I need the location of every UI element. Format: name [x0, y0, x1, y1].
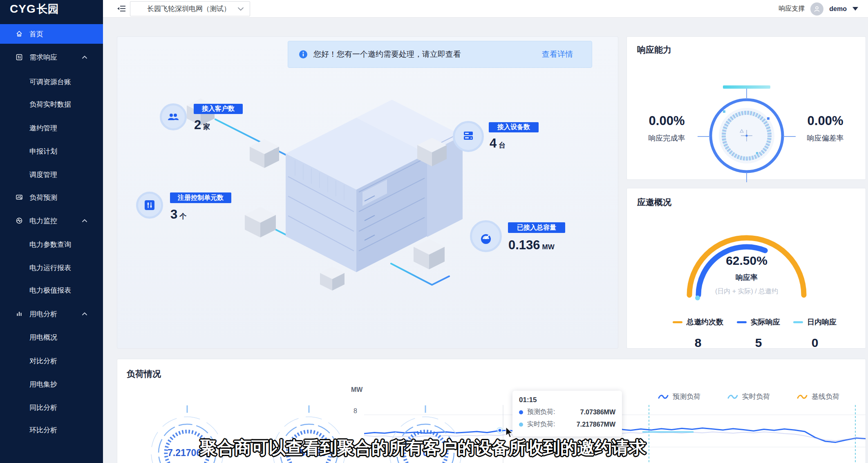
legend-label: 预测负荷 [673, 392, 700, 401]
tooltip-time: 01:15 [519, 396, 615, 404]
legend-realtime-load[interactable]: 实时负荷 [727, 392, 770, 401]
chart-tooltip: 01:15 预测负荷: 7.07386MW 实时负荷: 7.217867MW [512, 391, 622, 436]
devices-count: 4 [490, 136, 497, 151]
sidebar-item-label: 邀约管理 [29, 123, 57, 133]
sidebar-item-power-extreme-report[interactable]: 电力极值报表 [0, 282, 103, 298]
sidebar-item-label: 电力监控 [29, 216, 57, 226]
deviation-rate-value: 0.00% [802, 114, 849, 128]
sidebar-item-adjustable-resources[interactable]: 可调资源台账 [0, 74, 103, 90]
sidebar-item-label: 用电分析 [29, 309, 57, 319]
panel-title: 负荷情况 [127, 368, 161, 380]
app-root: CYG 长园 首页 需求响应 可调资源台账 负荷实时数据 邀约管理 申报计划 调… [0, 0, 868, 463]
wave-icon [727, 394, 738, 400]
sidebar-group-demand-response[interactable]: 需求响应 [0, 49, 103, 65]
user-icon [813, 5, 821, 13]
control-units-stat-value: 3 个 [170, 207, 186, 222]
customers-stat-circle [160, 103, 187, 130]
legend-label: 基线负荷 [812, 392, 839, 401]
home-icon [16, 30, 23, 38]
sidebar-item-realtime-load[interactable]: 负荷实时数据 [0, 96, 103, 112]
username[interactable]: demo [829, 5, 847, 13]
sidebar-item-label: 电力运行报表 [29, 263, 71, 273]
capacity-stat-circle [470, 220, 502, 252]
sidebar-item-usage-overview[interactable]: 用电概况 [0, 329, 103, 345]
sidebar-item-label: 负荷实时数据 [29, 100, 71, 109]
sidebar-item-label: 环比分析 [29, 425, 57, 435]
deviation-rate-stat: 0.00% 响应偏差率 [802, 114, 849, 143]
intraday-response-label: 日内响应 [807, 317, 837, 327]
customers-unit: 家 [203, 122, 210, 132]
sidebar-item-compare-analysis[interactable]: 对比分析 [0, 353, 103, 369]
legend-forecast-load[interactable]: 预测负荷 [658, 392, 700, 401]
wave-icon [797, 394, 808, 400]
sidebar-item-dispatch-mgmt[interactable]: 调度管理 [0, 166, 103, 183]
support-link[interactable]: 响应支撑 [779, 4, 805, 13]
cyan-dot-icon [519, 423, 523, 427]
chevron-up-icon [82, 56, 87, 59]
notice-banner: 您好！您有一个邀约需要处理，请立即查看 查看详情 [288, 41, 592, 68]
control-units-count: 3 [170, 207, 177, 222]
chart-legend: 预测负荷 实时负荷 基线负荷 [658, 392, 839, 401]
avatar[interactable] [810, 2, 823, 16]
sidebar-item-label: 申报计划 [29, 147, 57, 156]
sidebar-item-power-params[interactable]: 电力参数查询 [0, 236, 103, 253]
sidebar-item-label: 负荷预测 [29, 193, 57, 202]
legend-baseline-load[interactable]: 基线负荷 [797, 392, 839, 401]
completion-rate-label: 响应完成率 [643, 133, 690, 143]
deviation-rate-label: 响应偏差率 [802, 133, 849, 143]
sidebar-item-load-forecast[interactable]: 负荷预测 [0, 189, 103, 206]
response-capability-panel: 响应能力 0.00% 响应完成率 0.00% 响应偏差率 [626, 36, 866, 180]
sidebar-group-usage-analysis[interactable]: 用电分析 [0, 306, 103, 322]
completion-rate-value: 0.00% [643, 114, 690, 128]
sidebar-item-mom-analysis[interactable]: 环比分析 [0, 422, 103, 438]
sidebar-item-yoy-analysis[interactable]: 同比分析 [0, 399, 103, 416]
sidebar-item-invitation-mgmt[interactable]: 邀约管理 [0, 120, 103, 136]
blue-legend-swatch [737, 321, 747, 323]
sidebar-group-power-monitor[interactable]: 电力监控 [0, 212, 103, 229]
brand-logo-cn: 长园 [37, 2, 59, 16]
capacity-value: 0.136 [508, 238, 540, 253]
sidebar-item-label: 用电概况 [29, 333, 57, 342]
total-invites-value: 8 [663, 336, 733, 350]
user-menu-caret-icon[interactable] [852, 7, 858, 11]
mouse-cursor [505, 427, 514, 439]
blue-dot-icon [519, 410, 523, 414]
radar-gauge [698, 87, 796, 185]
tooltip-row-forecast: 预测负荷: 7.07386MW [519, 408, 615, 416]
customers-count: 2 [194, 118, 201, 132]
tooltip-label: 预测负荷: [527, 408, 555, 416]
invitation-overview-panel: 应邀概况 62.50% 响应率 (日内 + 实际) / 总邀约 总邀约次数 8 … [626, 188, 866, 349]
brand-logo: CYG 长园 [0, 0, 103, 18]
capacity-unit: MW [542, 243, 555, 251]
total-invites-label: 总邀约次数 [687, 317, 723, 327]
sidebar-item-power-run-report[interactable]: 电力运行报表 [0, 259, 103, 276]
cyan-legend-swatch [793, 321, 803, 323]
tooltip-row-realtime: 实时负荷: 7.217867MW [519, 420, 615, 429]
devices-stat-circle [453, 121, 484, 152]
tooltip-value: 7.217867MW [577, 421, 615, 428]
view-details-link[interactable]: 查看详情 [542, 49, 573, 60]
menu-fold-icon[interactable] [117, 4, 126, 13]
sidebar-item-label: 电力参数查询 [29, 240, 71, 249]
video-subtitle: 聚合商可以查看到聚合的所有客户的设备所收到的邀约请求 [200, 436, 646, 459]
sidebar-item-label: 调度管理 [29, 170, 57, 179]
customers-stat-badge: 接入客户数 [194, 104, 243, 114]
total-invites-stat: 总邀约次数 8 [663, 317, 733, 350]
wave-icon [658, 394, 669, 400]
tooltip-value: 7.07386MW [580, 409, 615, 416]
actual-response-label: 实际响应 [751, 317, 780, 327]
org-selector-dropdown[interactable]: 长园飞轮深圳电网（测试） [130, 1, 250, 16]
sidebar-item-declare-plan[interactable]: 申报计划 [0, 143, 103, 159]
completion-rate-stat: 0.00% 响应完成率 [643, 114, 690, 143]
pulse-icon [16, 217, 23, 224]
response-rate-formula: (日内 + 实际) / 总邀约 [627, 287, 866, 296]
sidebar-item-label: 同比分析 [29, 403, 57, 412]
topbar-right: 响应支撑 demo [779, 0, 858, 18]
forecast-chart-icon [16, 194, 23, 201]
sidebar-item-label: 用电集抄 [29, 380, 57, 389]
intraday-response-value: 0 [780, 336, 850, 350]
info-icon [299, 50, 308, 59]
sidebar-item-meter-reading[interactable]: 用电集抄 [0, 376, 103, 392]
sidebar-item-home[interactable]: 首页 [0, 24, 103, 44]
sidebar: CYG 长园 首页 需求响应 可调资源台账 负荷实时数据 邀约管理 申报计划 调… [0, 0, 103, 463]
